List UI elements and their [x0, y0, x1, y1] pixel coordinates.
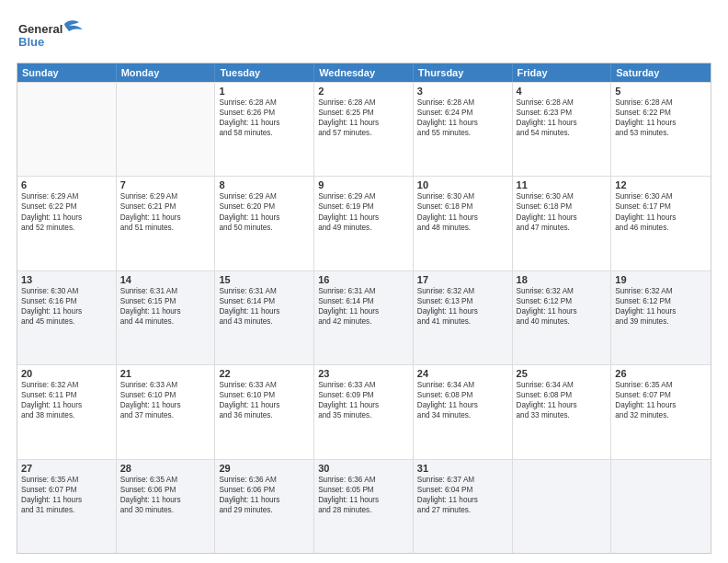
day-number: 4 — [517, 86, 608, 97]
cell-line: Sunset: 6:14 PM — [318, 296, 409, 306]
cell-line: Sunrise: 6:32 AM — [615, 286, 707, 296]
cell-line: Daylight: 11 hours — [417, 495, 508, 505]
cell-line: Daylight: 11 hours — [517, 306, 608, 316]
calendar-body: 1Sunrise: 6:28 AMSunset: 6:26 PMDaylight… — [17, 82, 711, 553]
calendar-cell: 20Sunrise: 6:32 AMSunset: 6:11 PMDayligh… — [17, 365, 117, 458]
cell-line: Sunset: 6:25 PM — [318, 108, 409, 118]
calendar-cell: 22Sunrise: 6:33 AMSunset: 6:10 PMDayligh… — [215, 365, 314, 458]
day-number: 15 — [219, 274, 310, 285]
cell-line: Sunrise: 6:37 AM — [417, 475, 508, 485]
day-number: 3 — [417, 86, 508, 97]
cell-line: Sunrise: 6:28 AM — [615, 98, 707, 108]
cell-line: Sunset: 6:08 PM — [417, 390, 508, 400]
day-number: 5 — [615, 86, 707, 97]
cell-line: and 57 minutes. — [318, 128, 409, 138]
cell-line: Sunset: 6:08 PM — [517, 390, 608, 400]
day-number: 20 — [21, 368, 112, 379]
cell-line: Daylight: 11 hours — [615, 400, 707, 410]
cell-line: and 28 minutes. — [318, 505, 409, 515]
calendar-cell — [513, 460, 612, 553]
cell-line: Sunset: 6:18 PM — [417, 201, 508, 212]
cell-line: Daylight: 11 hours — [219, 213, 310, 223]
calendar-cell — [611, 460, 711, 553]
cell-line: and 30 minutes. — [120, 505, 211, 515]
cell-line: Sunset: 6:10 PM — [120, 390, 211, 400]
calendar-cell: 5Sunrise: 6:28 AMSunset: 6:22 PMDaylight… — [611, 83, 711, 176]
cell-line: Sunset: 6:22 PM — [615, 108, 707, 118]
calendar-cell: 4Sunrise: 6:28 AMSunset: 6:23 PMDaylight… — [513, 83, 612, 176]
calendar-cell: 16Sunrise: 6:31 AMSunset: 6:14 PMDayligh… — [314, 271, 414, 364]
calendar-cell: 12Sunrise: 6:30 AMSunset: 6:17 PMDayligh… — [611, 177, 711, 270]
cell-line: Daylight: 11 hours — [318, 400, 409, 410]
cell-line: and 55 minutes. — [417, 128, 508, 138]
cell-line: and 54 minutes. — [517, 128, 608, 138]
cell-line: Daylight: 11 hours — [21, 306, 112, 316]
calendar-cell: 7Sunrise: 6:29 AMSunset: 6:21 PMDaylight… — [117, 177, 216, 270]
cell-line: and 58 minutes. — [219, 128, 310, 138]
cell-line: and 48 minutes. — [417, 223, 508, 233]
day-number: 22 — [219, 368, 310, 379]
cell-line: Sunrise: 6:30 AM — [417, 191, 508, 201]
cell-line: and 43 minutes. — [219, 316, 310, 327]
calendar-cell: 18Sunrise: 6:32 AMSunset: 6:12 PMDayligh… — [513, 271, 612, 364]
cell-line: Daylight: 11 hours — [615, 213, 707, 223]
calendar-cell — [17, 83, 117, 176]
cell-line: and 32 minutes. — [615, 410, 707, 420]
day-number: 12 — [615, 179, 707, 190]
cell-line: and 38 minutes. — [21, 410, 112, 420]
cell-line: Daylight: 11 hours — [517, 118, 608, 128]
weekday-header: Saturday — [611, 63, 711, 82]
logo-svg: General Blue — [17, 17, 90, 53]
day-number: 25 — [517, 368, 608, 379]
day-number: 26 — [615, 368, 707, 379]
cell-line: Daylight: 11 hours — [615, 118, 707, 128]
day-number: 24 — [417, 368, 508, 379]
cell-line: Sunset: 6:10 PM — [219, 390, 310, 400]
cell-line: Sunrise: 6:28 AM — [219, 98, 310, 108]
day-number: 17 — [417, 274, 508, 285]
cell-line: Sunset: 6:18 PM — [517, 201, 608, 212]
calendar-cell: 29Sunrise: 6:36 AMSunset: 6:06 PMDayligh… — [215, 460, 314, 553]
cell-line: Sunrise: 6:33 AM — [219, 380, 310, 390]
cell-line: Sunset: 6:04 PM — [417, 485, 508, 495]
calendar-row: 1Sunrise: 6:28 AMSunset: 6:26 PMDaylight… — [17, 82, 711, 176]
cell-line: Sunrise: 6:28 AM — [517, 98, 608, 108]
day-number: 31 — [417, 463, 508, 474]
cell-line: Daylight: 11 hours — [517, 213, 608, 223]
logo: General Blue — [17, 17, 90, 53]
cell-line: Sunrise: 6:29 AM — [21, 191, 112, 201]
cell-line: and 49 minutes. — [318, 223, 409, 233]
cell-line: and 46 minutes. — [615, 223, 707, 233]
cell-line: Daylight: 11 hours — [615, 306, 707, 316]
cell-line: Sunrise: 6:29 AM — [120, 191, 211, 201]
day-number: 1 — [219, 86, 310, 97]
cell-line: Daylight: 11 hours — [417, 118, 508, 128]
cell-line: Sunrise: 6:34 AM — [417, 380, 508, 390]
calendar-cell: 1Sunrise: 6:28 AMSunset: 6:26 PMDaylight… — [215, 83, 314, 176]
calendar-cell: 11Sunrise: 6:30 AMSunset: 6:18 PMDayligh… — [513, 177, 612, 270]
cell-line: Sunrise: 6:29 AM — [318, 191, 409, 201]
day-number: 9 — [318, 179, 409, 190]
cell-line: Daylight: 11 hours — [21, 213, 112, 223]
cell-line: Daylight: 11 hours — [21, 400, 112, 410]
calendar-row: 6Sunrise: 6:29 AMSunset: 6:22 PMDaylight… — [17, 176, 711, 270]
cell-line: Sunrise: 6:36 AM — [219, 475, 310, 485]
cell-line: Sunrise: 6:34 AM — [517, 380, 608, 390]
calendar-cell: 10Sunrise: 6:30 AMSunset: 6:18 PMDayligh… — [414, 177, 513, 270]
calendar-row: 13Sunrise: 6:30 AMSunset: 6:16 PMDayligh… — [17, 270, 711, 364]
cell-line: Sunrise: 6:35 AM — [21, 475, 112, 485]
calendar-cell: 30Sunrise: 6:36 AMSunset: 6:05 PMDayligh… — [314, 460, 414, 553]
cell-line: Daylight: 11 hours — [120, 495, 211, 505]
cell-line: Sunrise: 6:35 AM — [120, 475, 211, 485]
day-number: 13 — [21, 274, 112, 285]
cell-line: Sunrise: 6:30 AM — [615, 191, 707, 201]
calendar-cell: 17Sunrise: 6:32 AMSunset: 6:13 PMDayligh… — [414, 271, 513, 364]
calendar-header: SundayMondayTuesdayWednesdayThursdayFrid… — [17, 63, 711, 82]
day-number: 14 — [120, 274, 211, 285]
day-number: 21 — [120, 368, 211, 379]
cell-line: and 47 minutes. — [517, 223, 608, 233]
cell-line: Daylight: 11 hours — [120, 400, 211, 410]
cell-line: and 36 minutes. — [219, 410, 310, 420]
cell-line: Daylight: 11 hours — [517, 400, 608, 410]
cell-line: Sunrise: 6:28 AM — [318, 98, 409, 108]
